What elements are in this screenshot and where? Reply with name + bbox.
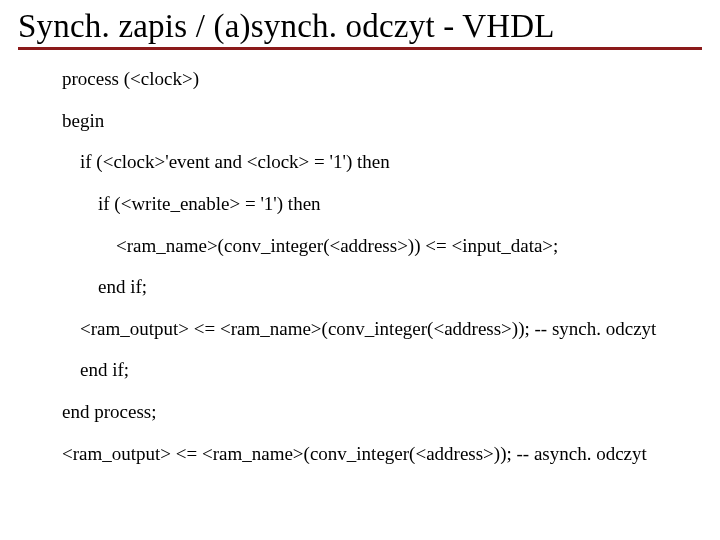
code-line: begin	[62, 108, 702, 134]
code-line: if (<clock>'event and <clock> = '1') the…	[62, 149, 702, 175]
code-line: end if;	[62, 357, 702, 383]
code-line: <ram_output> <= <ram_name>(conv_integer(…	[62, 316, 702, 342]
code-line: end if;	[62, 274, 702, 300]
code-line: <ram_name>(conv_integer(<address>)) <= <…	[62, 233, 702, 259]
code-line: process (<clock>)	[62, 66, 702, 92]
code-line: end process;	[62, 399, 702, 425]
code-block: process (<clock>) begin if (<clock>'even…	[18, 66, 702, 466]
title-underline	[18, 47, 702, 50]
slide: Synch. zapis / (a)synch. odczyt - VHDL p…	[0, 0, 720, 466]
code-line: <ram_output> <= <ram_name>(conv_integer(…	[62, 441, 702, 467]
code-line: if (<write_enable> = '1') then	[62, 191, 702, 217]
slide-title: Synch. zapis / (a)synch. odczyt - VHDL	[18, 8, 702, 45]
